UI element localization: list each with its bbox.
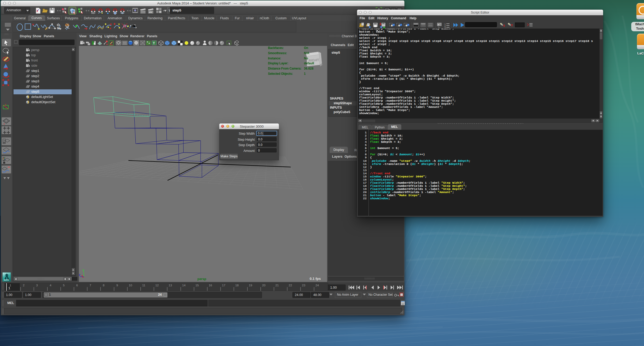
svg-text:y: y xyxy=(83,268,84,271)
svg-text:T: T xyxy=(5,103,6,106)
svg-text:w: w xyxy=(437,23,439,26)
svg-text:IPR: IPR xyxy=(149,11,152,13)
svg-text:z: z xyxy=(79,273,80,276)
svg-text:T: T xyxy=(153,41,155,45)
svg-text:3: 3 xyxy=(445,27,446,28)
svg-text:1: 1 xyxy=(445,23,446,25)
svg-text:MAYA: MAYA xyxy=(4,279,9,281)
svg-text:x: x xyxy=(82,274,83,277)
